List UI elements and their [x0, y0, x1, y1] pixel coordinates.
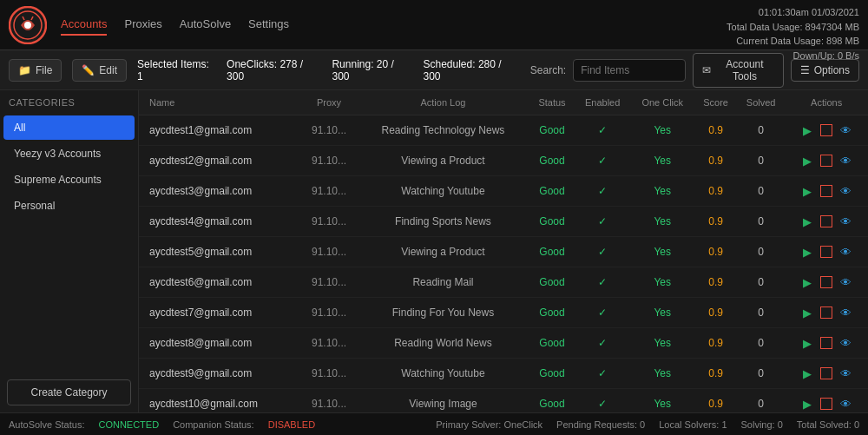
file-icon: 📁 — [18, 64, 31, 76]
stop-button[interactable] — [820, 367, 832, 379]
local-solvers: Local Solvers: 1 — [659, 419, 727, 430]
play-button[interactable]: ▶ — [799, 395, 816, 412]
cell-proxy: 91.10... — [301, 298, 357, 328]
cell-solved: 0 — [737, 359, 785, 389]
col-oneclick: One Click — [630, 90, 694, 115]
play-button[interactable]: ▶ — [799, 213, 816, 230]
play-button[interactable]: ▶ — [799, 182, 816, 200]
eye-button[interactable]: 👁 — [837, 274, 854, 291]
cell-action: Finding For You News — [357, 298, 529, 328]
companion-label: Companion Status: — [173, 419, 254, 430]
cell-enabled: ✓ — [575, 176, 630, 207]
cell-name: aycdtest9@gmail.com — [139, 359, 301, 389]
cell-proxy: 91.10... — [301, 267, 357, 298]
play-button[interactable]: ▶ — [799, 334, 816, 352]
eye-button[interactable]: 👁 — [837, 365, 854, 382]
cell-actions: ▶ 👁 — [785, 237, 868, 267]
total-solved: Total Solved: 0 — [797, 419, 859, 430]
edit-button[interactable]: ✏️ Edit — [72, 59, 127, 82]
cell-actions: ▶ 👁 — [785, 298, 868, 328]
cell-action: Viewing Image — [357, 389, 529, 413]
eye-button[interactable]: 👁 — [837, 395, 854, 412]
cell-oneclick: Yes — [630, 298, 694, 328]
table-row: aycdtest9@gmail.com 91.10... Watching Yo… — [139, 359, 868, 389]
selected-stat: Selected Items: 1 — [137, 58, 216, 82]
cell-name: aycdtest6@gmail.com — [139, 267, 301, 298]
table-header-row: Name Proxy Action Log Status Enabled One… — [139, 90, 868, 115]
main-layout: Categories All Yeezy v3 Accounts Supreme… — [0, 90, 868, 412]
autosolve-status: CONNECTED — [98, 419, 159, 430]
col-solved: Solved — [737, 90, 785, 115]
cell-actions: ▶ 👁 — [785, 176, 868, 207]
eye-button[interactable]: 👁 — [837, 182, 854, 200]
cell-actions: ▶ 👁 — [785, 146, 868, 176]
table-area: Name Proxy Action Log Status Enabled One… — [139, 90, 868, 412]
cell-proxy: 91.10... — [301, 176, 357, 207]
eye-button[interactable]: 👁 — [837, 304, 854, 321]
cell-proxy: 91.10... — [301, 207, 357, 237]
stop-button[interactable] — [820, 246, 832, 258]
nav-accounts[interactable]: Accounts — [61, 14, 107, 36]
sidebar-header: Categories — [0, 90, 138, 115]
cell-proxy: 91.10... — [301, 115, 357, 146]
stop-button[interactable] — [820, 155, 832, 167]
cell-name: aycdtest7@gmail.com — [139, 298, 301, 328]
cell-proxy: 91.10... — [301, 328, 357, 359]
eye-button[interactable]: 👁 — [837, 334, 854, 352]
create-category-button[interactable]: Create Category — [7, 379, 131, 405]
eye-button[interactable]: 👁 — [837, 243, 854, 260]
stop-button[interactable] — [820, 185, 832, 197]
cell-solved: 0 — [737, 389, 785, 413]
cell-status: Good — [529, 298, 575, 328]
companion-status: DISABLED — [268, 419, 315, 430]
svg-point-2 — [24, 22, 31, 29]
eye-button[interactable]: 👁 — [837, 213, 854, 230]
primary-solver-label: Primary Solver: OneClick — [436, 419, 542, 430]
cell-status: Good — [529, 389, 575, 413]
time-display: 01:01:30am 01/03/2021 — [727, 5, 859, 20]
nav-proxies[interactable]: Proxies — [124, 14, 161, 36]
eye-button[interactable]: 👁 — [837, 122, 854, 139]
cell-oneclick: Yes — [630, 267, 694, 298]
cell-solved: 0 — [737, 115, 785, 146]
cell-action: Reading Technology News — [357, 115, 529, 146]
cell-enabled: ✓ — [575, 207, 630, 237]
sidebar-item-supreme[interactable]: Supreme Accounts — [3, 168, 135, 192]
col-actions: Actions — [785, 90, 868, 115]
play-button[interactable]: ▶ — [799, 365, 816, 382]
cell-oneclick: Yes — [630, 389, 694, 413]
cell-actions: ▶ 👁 — [785, 359, 868, 389]
scheduled-stat: Scheduled: 280 / 300 — [423, 58, 519, 82]
col-action: Action Log — [357, 90, 529, 115]
stop-button[interactable] — [820, 124, 832, 136]
cell-enabled: ✓ — [575, 115, 630, 146]
cell-solved: 0 — [737, 328, 785, 359]
stop-button[interactable] — [820, 276, 832, 288]
file-button[interactable]: 📁 File — [9, 59, 62, 82]
play-button[interactable]: ▶ — [799, 274, 816, 291]
play-button[interactable]: ▶ — [799, 122, 816, 139]
nav-autosolve[interactable]: AutoSolve — [180, 14, 231, 36]
cell-action: Watching Youtube — [357, 359, 529, 389]
play-button[interactable]: ▶ — [799, 304, 816, 321]
sidebar-item-yeezy[interactable]: Yeezy v3 Accounts — [3, 142, 135, 166]
cell-proxy: 91.10... — [301, 359, 357, 389]
nav-settings[interactable]: Settings — [248, 14, 289, 36]
play-button[interactable]: ▶ — [799, 152, 816, 169]
cell-status: Good — [529, 115, 575, 146]
sidebar-item-all[interactable]: All — [3, 115, 135, 140]
cell-status: Good — [529, 146, 575, 176]
search-label: Search: — [530, 64, 566, 76]
play-button[interactable]: ▶ — [799, 243, 816, 260]
stop-button[interactable] — [820, 398, 832, 410]
stop-button[interactable] — [820, 337, 832, 349]
stop-button[interactable] — [820, 306, 832, 319]
down-up: Down/Up: 0 B/s — [727, 49, 859, 63]
sidebar-item-personal[interactable]: Personal — [3, 194, 135, 218]
search-input[interactable] — [573, 59, 686, 82]
cell-enabled: ✓ — [575, 328, 630, 359]
cell-solved: 0 — [737, 176, 785, 207]
eye-button[interactable]: 👁 — [837, 152, 854, 169]
stop-button[interactable] — [820, 215, 832, 227]
cell-oneclick: Yes — [630, 176, 694, 207]
